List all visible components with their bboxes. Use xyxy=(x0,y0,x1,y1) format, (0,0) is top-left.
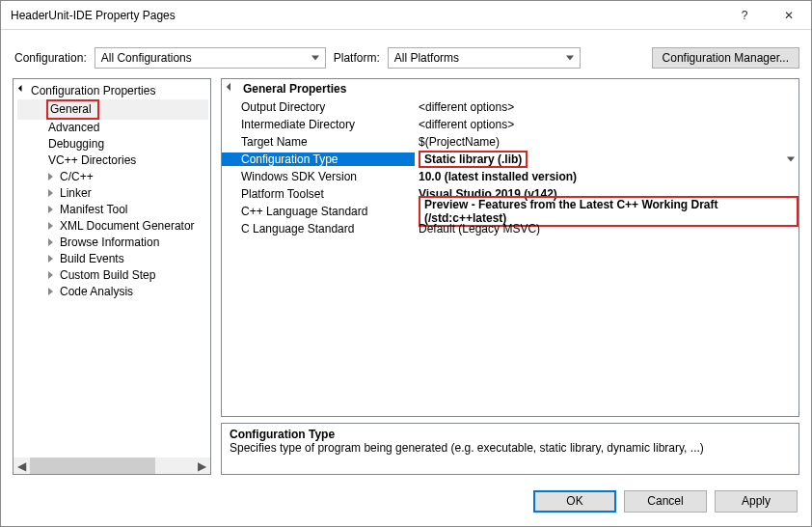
scroll-left-icon[interactable]: ◀ xyxy=(14,458,30,474)
prop-label: C++ Language Standard xyxy=(222,205,415,218)
configuration-manager-button[interactable]: Configuration Manager... xyxy=(652,47,799,69)
prop-label: Configuration Type xyxy=(222,153,415,166)
configuration-type-value: Static library (.lib) xyxy=(419,151,528,168)
close-icon: ✕ xyxy=(784,9,794,22)
body: Configuration Properties General Advance… xyxy=(1,78,811,483)
config-toolbar: Configuration: All Configurations Platfo… xyxy=(1,30,811,78)
title-bar: HeaderUnit-IDE Property Pages ? ✕ xyxy=(1,1,811,30)
description-pane: Configuration Type Specifies type of pro… xyxy=(221,423,799,475)
tree-item-label: Custom Build Step xyxy=(60,268,155,282)
right-pane: General Properties Output Directory<diff… xyxy=(221,78,799,475)
dialog-footer: OK Cancel Apply xyxy=(1,483,811,526)
ok-button[interactable]: OK xyxy=(533,490,616,513)
row-windows-sdk-version[interactable]: Windows SDK Version10.0 (latest installe… xyxy=(222,168,798,185)
configuration-label: Configuration: xyxy=(14,51,87,65)
tree-item-linker[interactable]: Linker xyxy=(17,185,208,202)
tree-item-xml-document-generator[interactable]: XML Document Generator xyxy=(17,218,208,235)
prop-value[interactable]: Static library (.lib) xyxy=(415,151,798,168)
scroll-thumb[interactable] xyxy=(30,458,155,474)
chevron-right-icon[interactable] xyxy=(46,288,54,295)
tree-item-label: XML Document Generator xyxy=(60,219,195,233)
grid-header[interactable]: General Properties xyxy=(222,79,798,98)
help-icon: ? xyxy=(742,9,748,22)
prop-value[interactable]: <different options> xyxy=(415,100,798,114)
prop-value[interactable]: Default (Legacy MSVC) xyxy=(415,222,798,236)
scroll-track[interactable] xyxy=(30,458,194,474)
property-grid: General Properties Output Directory<diff… xyxy=(221,78,799,417)
prop-label: C Language Standard xyxy=(222,222,415,236)
configuration-manager-label: Configuration Manager... xyxy=(663,51,789,65)
row-output-directory[interactable]: Output Directory<different options> xyxy=(222,98,798,116)
row-target-name[interactable]: Target Name$(ProjectName) xyxy=(222,133,798,151)
tree-item-label: Browse Information xyxy=(60,236,159,249)
chevron-down-icon[interactable] xyxy=(228,84,237,94)
tree-item-label: VC++ Directories xyxy=(48,153,136,167)
chevron-right-icon[interactable] xyxy=(46,271,54,279)
chevron-right-icon[interactable] xyxy=(46,222,54,230)
prop-value[interactable]: $(ProjectName) xyxy=(415,135,798,149)
close-button[interactable]: ✕ xyxy=(767,1,811,30)
tree-item-build-events[interactable]: Build Events xyxy=(17,251,208,267)
tree-root-label: Configuration Properties xyxy=(31,84,155,97)
chevron-down-icon[interactable] xyxy=(19,86,27,94)
prop-value[interactable]: 10.0 (latest installed version) xyxy=(415,170,798,183)
row-configuration-type[interactable]: Configuration TypeStatic library (.lib) xyxy=(222,151,798,168)
tree-item-manifest-tool[interactable]: Manifest Tool xyxy=(17,202,208,218)
chevron-right-icon[interactable] xyxy=(46,255,54,263)
row-cpp-language-standard[interactable]: C++ Language StandardPreview - Features … xyxy=(222,203,798,220)
description-title: Configuration Type xyxy=(230,428,791,441)
description-text: Specifies type of program being generate… xyxy=(230,441,791,455)
row-intermediate-directory[interactable]: Intermediate Directory<different options… xyxy=(222,116,798,133)
tree-item-label: C/C++ xyxy=(60,170,94,183)
apply-button[interactable]: Apply xyxy=(715,490,798,513)
tree-item-label: General xyxy=(46,99,99,120)
platform-label: Platform: xyxy=(334,51,380,65)
tree-item-browse-information[interactable]: Browse Information xyxy=(17,235,208,251)
cancel-button[interactable]: Cancel xyxy=(624,490,707,513)
prop-label: Target Name xyxy=(222,135,415,149)
prop-label: Platform Toolset xyxy=(222,187,415,201)
tree-root-configuration-properties[interactable]: Configuration Properties xyxy=(17,83,208,99)
chevron-right-icon[interactable] xyxy=(46,189,54,197)
platform-value: All Platforms xyxy=(394,51,459,65)
prop-value[interactable]: <different options> xyxy=(415,118,798,131)
tree-item-label: Code Analysis xyxy=(60,285,133,298)
chevron-right-icon[interactable] xyxy=(46,206,54,213)
help-button[interactable]: ? xyxy=(722,1,767,30)
tree-item-code-analysis[interactable]: Code Analysis xyxy=(17,284,208,300)
row-c-language-standard[interactable]: C Language StandardDefault (Legacy MSVC) xyxy=(222,220,798,237)
properties-tree[interactable]: Configuration Properties General Advance… xyxy=(14,83,210,458)
tree-pane: Configuration Properties General Advance… xyxy=(13,78,211,475)
prop-label: Windows SDK Version xyxy=(222,170,415,183)
grid-header-label: General Properties xyxy=(243,82,346,96)
scroll-right-icon[interactable]: ▶ xyxy=(194,458,210,474)
tree-item-label: Build Events xyxy=(60,252,124,265)
window-title: HeaderUnit-IDE Property Pages xyxy=(11,9,722,22)
tree-item-general[interactable]: General xyxy=(17,99,208,120)
prop-label: Intermediate Directory xyxy=(222,118,415,131)
tree-item-advanced[interactable]: Advanced xyxy=(17,120,208,136)
tree-item-c-cpp[interactable]: C/C++ xyxy=(17,169,208,185)
platform-dropdown[interactable]: All Platforms xyxy=(388,47,581,69)
tree-item-vcpp-directories[interactable]: VC++ Directories xyxy=(17,153,208,169)
tree-item-label: Manifest Tool xyxy=(60,203,127,216)
configuration-value: All Configurations xyxy=(101,51,192,65)
tree-item-label: Debugging xyxy=(48,137,104,151)
property-pages-dialog: HeaderUnit-IDE Property Pages ? ✕ Config… xyxy=(0,0,812,527)
chevron-right-icon[interactable] xyxy=(46,238,54,246)
tree-horizontal-scrollbar[interactable]: ◀ ▶ xyxy=(14,458,210,474)
tree-item-label: Advanced xyxy=(48,121,99,134)
prop-label: Output Directory xyxy=(222,100,415,114)
configuration-dropdown[interactable]: All Configurations xyxy=(95,47,326,69)
chevron-right-icon[interactable] xyxy=(46,173,54,180)
tree-item-debugging[interactable]: Debugging xyxy=(17,136,208,153)
tree-item-custom-build-step[interactable]: Custom Build Step xyxy=(17,267,208,284)
tree-item-label: Linker xyxy=(60,186,92,200)
grid-body: Output Directory<different options> Inte… xyxy=(222,98,798,416)
